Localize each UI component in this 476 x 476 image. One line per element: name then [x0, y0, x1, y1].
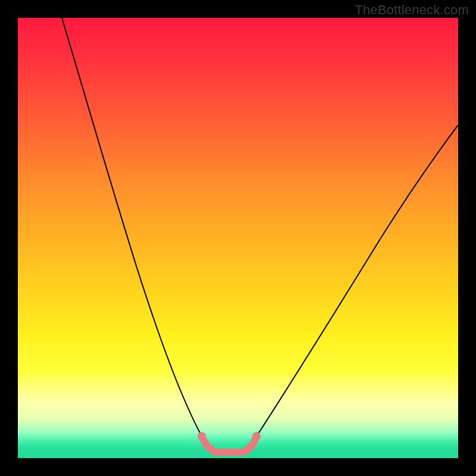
- watermark-text: TheBottleneck.com: [355, 2, 469, 18]
- valley-endpoint-right: [252, 432, 261, 440]
- chart-svg: [18, 18, 458, 458]
- right-curve: [256, 125, 458, 437]
- valley-endpoint-left: [198, 432, 206, 440]
- chart-plot-area: [18, 18, 458, 458]
- left-curve: [62, 18, 202, 437]
- valley-dot: [245, 444, 252, 451]
- valley-dot: [206, 444, 213, 451]
